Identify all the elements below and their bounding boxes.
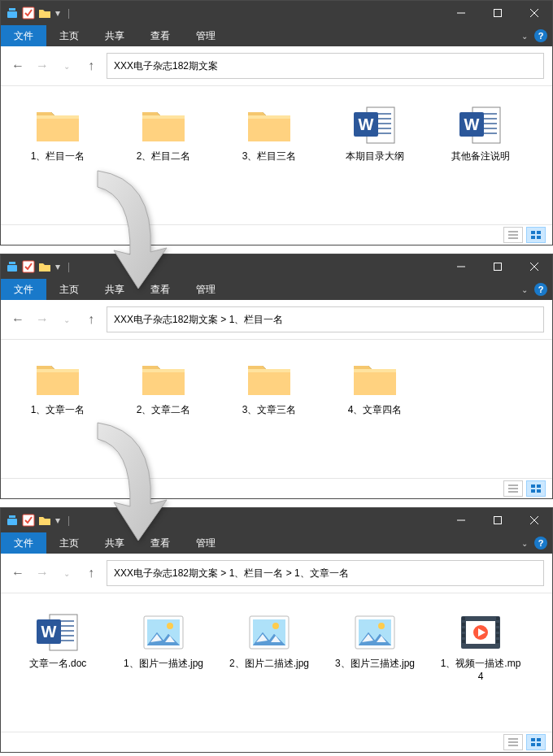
svg-rect-32 [537,743,541,746]
address-input[interactable]: XXX电子杂志182期文案 [107,53,544,79]
folder-item[interactable]: 2、文章二名 [123,356,204,417]
explorer-window: ▾ | 文件 主页 共享 查看 管理 ⌄ ? ← → ⌄ ↑ XXX电子杂志18… [0,0,553,245]
nav-up-button[interactable]: ↑ [82,311,100,328]
qat-folder-icon[interactable] [38,514,51,527]
qat-checkbox-icon[interactable] [22,514,35,527]
qat-properties-icon[interactable] [6,260,19,273]
content-area: 1、栏目一名 2、栏目二名 3、栏目三名 本期目录大纲 其他备注说明 [1,86,552,224]
folder-item[interactable]: 1、文章一名 [17,356,98,417]
svg-rect-12 [494,263,501,271]
nav-forward-button[interactable]: → [33,57,51,75]
item-label: 3、文章三名 [242,403,297,417]
view-details-button[interactable] [503,227,523,243]
maximize-button[interactable] [479,1,516,25]
tab-file[interactable]: 文件 [1,279,46,300]
help-icon[interactable]: ? [534,283,547,296]
item-label: 其他备注说明 [451,150,510,163]
tab-home[interactable]: 主页 [46,279,92,300]
item-label: 4、文章四名 [348,403,403,417]
help-icon[interactable]: ? [534,29,547,42]
qat-dropdown-icon[interactable]: ▾ [54,517,61,524]
word-item[interactable]: 本期目录大纲 [334,102,416,163]
ribbon-collapse-icon[interactable]: ⌄ [521,539,528,548]
image-item[interactable]: 3、图片三描述.jpg [334,610,416,682]
word-item[interactable]: 文章一名.doc [17,610,98,682]
minimize-button[interactable] [442,254,479,279]
folder-icon [139,102,188,145]
tab-file[interactable]: 文件 [1,532,46,554]
nav-back-button[interactable]: ← [9,564,27,582]
addressbar: ← → ⌄ ↑ XXX电子杂志182期文案 > 1、栏目一名 [1,300,552,340]
qat-dropdown-icon[interactable]: ▾ [54,10,61,16]
qat-properties-icon[interactable] [6,7,19,20]
tab-share[interactable]: 共享 [92,279,137,300]
view-icons-button[interactable] [526,734,546,750]
nav-forward-button[interactable]: → [33,311,51,328]
folder-item[interactable]: 3、栏目三名 [229,102,310,163]
item-label: 1、文章一名 [31,403,85,417]
tab-home[interactable]: 主页 [46,25,92,46]
video-item[interactable]: 1、视频一描述.mp4 [440,610,521,682]
ribbon-tabs: 文件 主页 共享 查看 管理 ⌄ ? [1,532,552,554]
folder-item[interactable]: 4、文章四名 [334,356,416,417]
close-button[interactable] [516,1,552,25]
tab-share[interactable]: 共享 [92,532,137,554]
qat-folder-icon[interactable] [38,260,51,273]
statusbar [1,224,552,245]
maximize-button[interactable] [479,254,516,279]
address-input[interactable]: XXX电子杂志182期文案 > 1、栏目一名 [107,306,544,332]
nav-up-button[interactable]: ↑ [82,57,100,75]
nav-recent-dropdown[interactable]: ⌄ [58,311,76,328]
qat-properties-icon[interactable] [6,514,19,527]
nav-back-button[interactable]: ← [9,311,27,328]
tab-manage[interactable]: 管理 [183,25,229,46]
svg-rect-29 [531,738,535,741]
item-label: 2、栏目二名 [137,150,191,163]
folder-icon [351,356,399,398]
item-label: 本期目录大纲 [346,150,404,163]
minimize-button[interactable] [442,1,479,25]
item-label: 3、图片三描述.jpg [335,657,415,671]
maximize-button[interactable] [479,508,516,532]
nav-up-button[interactable]: ↑ [82,564,100,582]
qat-checkbox-icon[interactable] [22,260,35,273]
explorer-window: ▾ | 文件 主页 共享 查看 管理 ⌄ ? ← → ⌄ ↑ XXX电子杂志18… [0,507,553,753]
folder-item[interactable]: 1、栏目一名 [17,102,98,163]
address-input[interactable]: XXX电子杂志182期文案 > 1、栏目一名 > 1、文章一名 [107,560,544,586]
help-icon[interactable]: ? [534,537,547,550]
close-button[interactable] [516,508,552,532]
content-area: 1、文章一名 2、文章二名 3、文章三名 4、文章四名 [1,340,552,478]
qat-dropdown-icon[interactable]: ▾ [54,263,61,270]
tab-home[interactable]: 主页 [46,532,92,554]
nav-recent-dropdown[interactable]: ⌄ [58,57,76,75]
tab-manage[interactable]: 管理 [183,532,229,554]
folder-item[interactable]: 2、栏目二名 [123,102,204,163]
ribbon-collapse-icon[interactable]: ⌄ [521,285,528,294]
tab-view[interactable]: 查看 [137,279,183,300]
view-details-button[interactable] [503,480,523,497]
ribbon-collapse-icon[interactable]: ⌄ [521,32,528,41]
ribbon-tabs: 文件 主页 共享 查看 管理 ⌄ ? [1,279,552,300]
nav-back-button[interactable]: ← [9,57,27,75]
nav-recent-dropdown[interactable]: ⌄ [58,564,76,582]
word-item[interactable]: 其他备注说明 [440,102,521,163]
tab-view[interactable]: 查看 [137,532,183,554]
view-icons-button[interactable] [526,227,546,243]
view-icons-button[interactable] [526,480,546,497]
tab-share[interactable]: 共享 [92,25,137,46]
tab-view[interactable]: 查看 [137,25,183,46]
tab-manage[interactable]: 管理 [183,279,229,300]
minimize-button[interactable] [442,508,479,532]
view-details-button[interactable] [503,734,523,750]
nav-forward-button[interactable]: → [33,564,51,582]
qat-folder-icon[interactable] [38,7,51,20]
tab-file[interactable]: 文件 [1,25,46,46]
close-button[interactable] [516,254,552,279]
folder-icon [33,102,82,145]
svg-rect-10 [537,236,541,239]
image-item[interactable]: 2、图片二描述.jpg [229,610,310,682]
image-item[interactable]: 1、图片一描述.jpg [123,610,204,682]
folder-item[interactable]: 3、文章三名 [229,356,310,417]
svg-rect-9 [531,236,535,239]
qat-checkbox-icon[interactable] [22,7,35,20]
